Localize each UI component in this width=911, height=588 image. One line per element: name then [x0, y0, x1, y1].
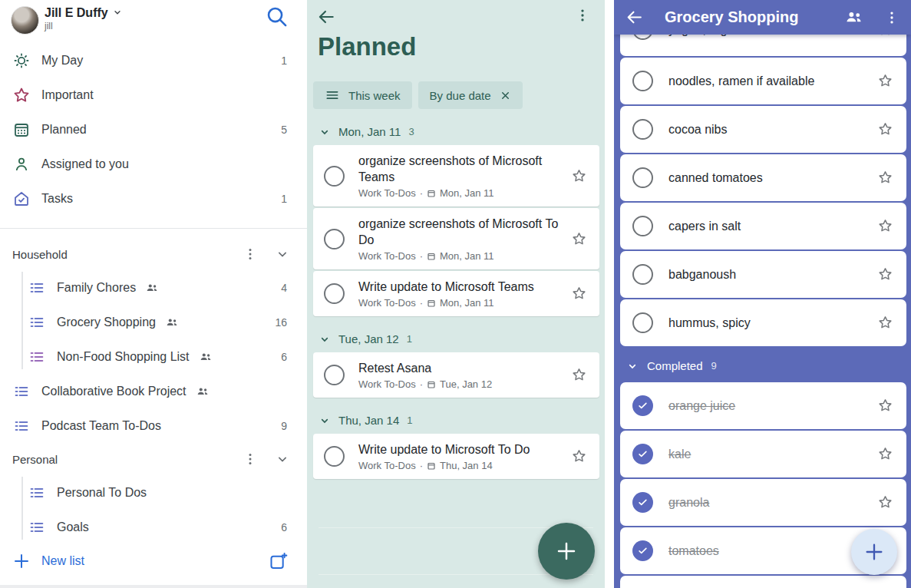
task-card[interactable]: babganoush — [620, 251, 906, 298]
star-toggle-icon[interactable] — [570, 285, 588, 302]
task-card[interactable]: cocoa nibs — [620, 106, 906, 153]
task-card[interactable]: noodles, ramen if available — [620, 58, 906, 104]
group-header-household[interactable]: Household — [0, 238, 307, 270]
task-checkbox-checked[interactable] — [632, 444, 653, 464]
task-card[interactable]: organize screenshots of Microsoft Teams … — [313, 145, 599, 206]
star-toggle-icon[interactable] — [876, 217, 894, 235]
star-toggle-icon[interactable] — [876, 445, 894, 463]
star-toggle-icon[interactable] — [876, 266, 894, 283]
task-checkbox[interactable] — [632, 167, 653, 188]
calendar-icon — [427, 461, 436, 471]
sidebar-item-non-food-shopping-list[interactable]: Non-Food Shopping List 6 — [0, 339, 307, 374]
star-toggle-icon[interactable] — [876, 397, 894, 415]
task-checkbox[interactable] — [324, 166, 345, 187]
group-label: Household — [12, 248, 226, 261]
task-checkbox-checked[interactable] — [632, 395, 653, 416]
task-card[interactable]: Retest Asana Work To-Dos · Tue, Jan 12 — [313, 352, 599, 398]
count-badge: 9 — [281, 420, 287, 432]
avatar[interactable] — [11, 6, 39, 35]
task-card[interactable]: hummus, spicy — [620, 299, 906, 346]
task-due-date: Thu, Jan 14 — [440, 460, 493, 471]
star-toggle-icon[interactable] — [876, 72, 894, 90]
add-task-fab[interactable] — [538, 523, 595, 580]
sidebar-item-goals[interactable]: Goals 6 — [0, 510, 307, 544]
back-arrow-icon[interactable] — [625, 8, 644, 27]
sidebar-item-my-day[interactable]: My Day 1 — [0, 43, 307, 78]
plus-icon — [555, 540, 578, 563]
filter-chip-by-due-date[interactable]: By due date — [418, 81, 523, 109]
sidebar-item-tasks[interactable]: Tasks 1 — [0, 181, 307, 216]
star-toggle-icon[interactable] — [570, 448, 588, 465]
task-checkbox[interactable] — [632, 71, 653, 91]
star-toggle-icon[interactable] — [570, 230, 588, 248]
completed-task-card[interactable]: granola — [620, 479, 906, 526]
task-card[interactable]: Write update to Microsoft Teams Work To-… — [313, 271, 599, 316]
task-checkbox[interactable] — [632, 264, 653, 285]
star-icon — [12, 86, 31, 104]
task-checkbox[interactable] — [632, 119, 653, 140]
star-toggle-icon[interactable] — [570, 366, 588, 384]
indent-line — [21, 272, 23, 369]
section-header-thu[interactable]: Thu, Jan 14 1 — [319, 414, 605, 427]
task-checkbox[interactable] — [632, 312, 653, 333]
new-list-button[interactable]: New list — [0, 542, 307, 588]
add-item-fab[interactable] — [851, 529, 897, 575]
sidebar-item-family-chores[interactable]: Family Chores 4 — [0, 270, 307, 305]
task-checkbox-checked[interactable] — [632, 540, 653, 561]
sidebar-item-personal-to-dos[interactable]: Personal To Dos — [0, 475, 307, 510]
chevron-down-icon — [319, 333, 331, 345]
task-checkbox[interactable] — [632, 216, 653, 236]
back-arrow-icon[interactable] — [316, 7, 336, 30]
star-toggle-icon[interactable] — [876, 314, 894, 332]
star-toggle-icon[interactable] — [876, 121, 894, 138]
share-people-icon[interactable] — [844, 8, 863, 27]
completed-task-card[interactable]: orange juice — [620, 382, 906, 429]
task-card[interactable]: organize screenshots of Microsoft To Do … — [313, 208, 599, 269]
kebab-menu-icon[interactable] — [243, 451, 258, 467]
sidebar-item-planned[interactable]: Planned 5 — [0, 112, 307, 147]
app-window: Jill E Duffy jill My Day 1 Important Pla… — [0, 0, 911, 588]
sidebar-item-podcast-team-to-dos[interactable]: Podcast Team To-Dos 9 — [0, 408, 307, 443]
star-toggle-icon[interactable] — [876, 169, 894, 187]
task-card[interactable]: canned tomatoes — [620, 154, 906, 201]
task-checkbox[interactable] — [324, 229, 345, 249]
kebab-menu-icon[interactable] — [574, 7, 591, 27]
task-checkbox[interactable] — [324, 365, 345, 385]
sidebar-item-assigned-to-you[interactable]: Assigned to you — [0, 147, 307, 181]
group-header-personal[interactable]: Personal — [0, 443, 307, 475]
sidebar-item-collaborative-book-project[interactable]: Collaborative Book Project — [0, 374, 307, 408]
chevron-down-icon[interactable] — [275, 246, 290, 262]
sidebar-item-label: Family Chores — [57, 281, 136, 295]
star-toggle-icon[interactable] — [570, 167, 588, 185]
kebab-menu-icon[interactable] — [243, 246, 258, 262]
chevron-down-icon — [113, 6, 122, 20]
task-card-partial-bottom[interactable] — [620, 576, 906, 588]
completed-task-card[interactable]: kale — [620, 431, 906, 477]
section-header-mon[interactable]: Mon, Jan 11 3 — [319, 125, 605, 138]
task-checkbox-checked[interactable] — [632, 492, 653, 513]
close-icon[interactable] — [500, 90, 511, 101]
kebab-menu-icon[interactable] — [883, 9, 900, 26]
account-switcher[interactable]: Jill E Duffy jill — [45, 6, 295, 31]
completed-section-header[interactable]: Completed 9 — [626, 359, 906, 372]
section-header-tue[interactable]: Tue, Jan 12 1 — [319, 332, 605, 345]
sidebar-item-label: Important — [41, 88, 287, 102]
shared-list-icon — [196, 385, 210, 398]
filter-chip-this-week[interactable]: This week — [313, 81, 412, 109]
chevron-down-icon[interactable] — [275, 451, 290, 467]
sidebar-item-important[interactable]: Important — [0, 78, 307, 112]
task-meta: Work To-Dos · Mon, Jan 11 — [358, 187, 561, 199]
plus-icon — [863, 541, 885, 563]
meta-separator: · — [420, 460, 423, 471]
user-name: Jill E Duffy — [45, 6, 108, 20]
meta-separator: · — [420, 187, 423, 199]
sidebar-item-grocery-shopping[interactable]: Grocery Shopping 16 — [0, 305, 307, 339]
task-card[interactable]: capers in salt — [620, 203, 906, 249]
search-icon[interactable] — [265, 5, 289, 31]
task-card[interactable]: Write update to Microsoft To Do Work To-… — [313, 434, 599, 479]
task-checkbox[interactable] — [324, 283, 345, 304]
planned-panel: Planned This week By due date Mon, Jan 1… — [307, 0, 605, 588]
task-checkbox[interactable] — [324, 446, 345, 467]
new-group-icon[interactable] — [268, 551, 289, 572]
star-toggle-icon[interactable] — [876, 494, 894, 511]
